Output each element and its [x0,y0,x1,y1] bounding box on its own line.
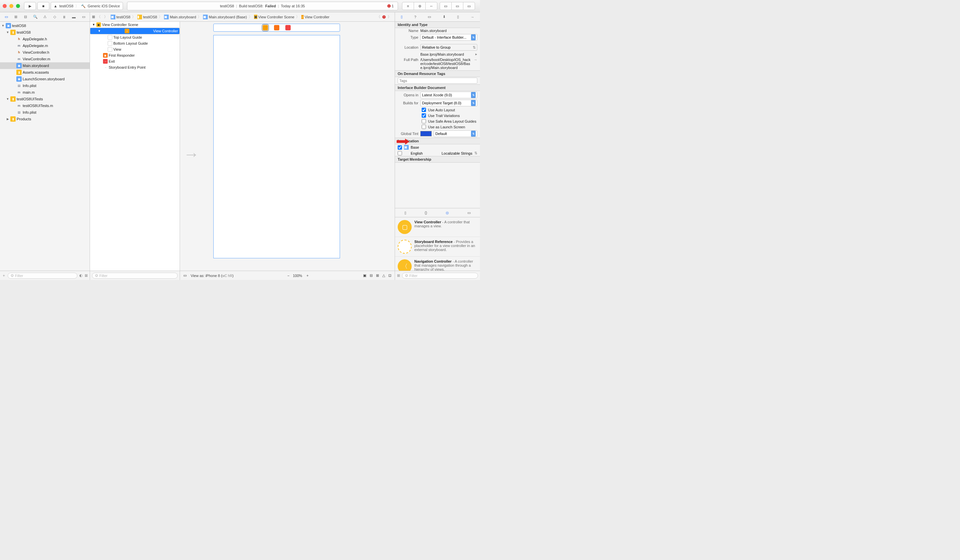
crumb-scene[interactable]: ▣View Controller Scene [253,14,296,19]
stack-icon[interactable]: ⊡ [388,274,391,278]
media-library-tab[interactable]: ▭ [467,211,471,215]
issue-navigator-tab[interactable]: ⚠ [42,14,48,20]
entry-arrow-icon[interactable]: → [183,145,199,163]
version-editor-button[interactable]: ↔ [425,2,437,10]
standard-editor-button[interactable]: ≡ [402,2,414,10]
add-button[interactable]: ＋ [2,273,6,278]
zoom-in-button[interactable]: ＋ [306,273,309,278]
error-badge[interactable]: !1 [386,4,396,8]
tint-swatch[interactable] [420,131,432,136]
crumb-group[interactable]: ▮testiOS8 [136,14,158,19]
activity-status[interactable]: testiOS8 | Build testiOS8: Failed | Toda… [127,2,398,10]
library-filter[interactable]: ⊙Filter [402,273,478,279]
file-assets[interactable]: ▮Assets.xcassets [0,69,90,76]
minimize-icon[interactable] [9,4,13,8]
stop-button[interactable]: ■ [37,2,50,10]
builds-for-select[interactable]: Deployment Target (8.0)⇅ [420,100,477,106]
file-appdelegate-m[interactable]: mAppDelegate.m [0,42,90,49]
navigator-filter[interactable]: ⊙Filter [8,273,77,279]
test-navigator-tab[interactable]: ◇ [51,14,58,20]
identity-inspector-tab[interactable]: ▭ [428,14,431,19]
project-tree[interactable]: ▼▣testiOS8 ▼▮testiOS8 hAppDelegate.h mAp… [0,22,90,270]
project-navigator-tab[interactable]: ▭ [3,14,10,20]
connections-inspector-tab[interactable]: → [471,15,474,19]
loc-type[interactable]: Localizable Strings [442,151,472,155]
run-button[interactable]: ▶ [24,2,36,10]
loc-english-checkbox[interactable] [398,151,402,155]
object-library[interactable]: ▢View Controller - A controller that man… [395,217,480,270]
crumb-base[interactable]: ▣Main.storyboard (Base) [202,14,248,19]
pin-icon[interactable]: ⊞ [376,274,379,278]
reveal-folder-icon[interactable]: ▸ [475,52,477,56]
quick-help-tab[interactable]: ? [414,15,416,19]
symbol-navigator-tab[interactable]: ⊟ [22,14,29,20]
project-root[interactable]: ▼▣testiOS8 [0,22,90,29]
recent-filter-icon[interactable]: ◐ [79,274,83,278]
source-control-tab[interactable]: ⊞ [13,14,19,20]
object-library-tab[interactable]: ◎ [446,211,449,215]
file-uitests-m[interactable]: mtestiOS8UITests.m [0,102,90,109]
assistant-editor-button[interactable]: ⊚ [414,2,426,10]
group-products[interactable]: ▶▮Products [0,116,90,122]
file-name[interactable]: Main.storyboard [420,29,477,33]
scene-dock[interactable] [213,24,340,32]
forward-button[interactable]: 〉 [103,14,109,19]
lib-nav-controller[interactable]: 〈Navigation Controller - A controller th… [395,257,480,270]
scm-filter-icon[interactable]: ⊠ [85,274,88,278]
toggle-navigator-button[interactable]: ▭ [440,2,452,10]
tint-select[interactable]: Default⇅ [434,130,477,137]
prev-issue-button[interactable]: 〈 [375,14,382,19]
crumb-project[interactable]: ▣testiOS8 [110,14,131,19]
outline-exit[interactable]: →Exit [90,58,180,64]
location-select[interactable]: Relative to Group⇅ [420,44,477,51]
attributes-inspector-tab[interactable]: ⬇ [443,14,446,19]
outline-filter[interactable]: ⊙Filter [92,273,178,279]
group-uitests[interactable]: ▼▮testiOS8UITests [0,96,90,102]
outline-view[interactable]: View [90,46,180,52]
outline-entry-point[interactable]: →Storyboard Entry Point [90,64,180,70]
align-icon[interactable]: ⊟ [370,274,373,278]
file-type-select[interactable]: Default - Interface Builder...⇅ [420,34,477,41]
first-responder-dock-icon[interactable] [274,25,279,30]
file-template-tab[interactable]: ▯ [404,211,406,215]
debug-navigator-tab[interactable]: ⏸ [61,14,68,20]
toggle-debug-button[interactable]: ▭ [451,2,463,10]
scene-view[interactable] [213,35,340,258]
file-uitests-plist[interactable]: ▤Info.plist [0,109,90,116]
jump-error-icon[interactable]: ! [382,15,386,19]
close-icon[interactable] [3,4,7,8]
zoom-icon[interactable] [16,4,20,8]
exit-dock-icon[interactable] [285,25,291,30]
next-issue-button[interactable]: 〉 [386,14,393,19]
lib-view-grid-icon[interactable]: ⊞ [397,274,400,278]
outline-bottom-guide[interactable]: Bottom Layout Guide [90,40,180,46]
file-main-m[interactable]: mmain.m [0,89,90,96]
outline-top-guide[interactable]: Top Layout Guide [90,34,180,40]
opens-in-select[interactable]: Latest Xcode (9.0)⇅ [420,92,477,98]
tags-input[interactable] [398,78,477,84]
related-items-icon[interactable]: ⊞ [92,14,95,19]
outline-viewcontroller[interactable]: ▼○View Controller [90,28,180,34]
embed-in-icon[interactable]: ▣ [363,274,366,278]
file-inspector-tab[interactable]: ▯ [401,14,403,19]
file-launchscreen[interactable]: ▣LaunchScreen.storyboard [0,76,90,82]
toggle-inspector-button[interactable]: ▭ [463,2,475,10]
size-inspector-tab[interactable]: ▯ [457,14,459,19]
resolve-icon[interactable]: △ [382,274,385,278]
file-viewcontroller-h[interactable]: hViewController.h [0,49,90,56]
scheme-selector[interactable]: ▲ testiOS8 〉 🔨 Generic iOS Device [51,2,123,10]
file-main-storyboard[interactable]: ▣Main.storyboard [0,62,90,69]
zoom-level[interactable]: 100% [293,274,302,278]
group-testios8[interactable]: ▼▮testiOS8 [0,29,90,36]
find-navigator-tab[interactable]: 🔍 [32,14,39,20]
breakpoint-navigator-tab[interactable]: ▬ [71,14,77,20]
crumb-file[interactable]: ▣Main.storyboard [163,14,197,19]
autolayout-checkbox[interactable] [422,108,426,112]
trait-variations-checkbox[interactable] [422,114,426,118]
lib-view-controller[interactable]: ▢View Controller - A controller that man… [395,217,480,237]
report-navigator-tab[interactable]: ▭ [80,14,87,20]
outline-first-responder[interactable]: ▣First Responder [90,52,180,58]
lib-storyboard-ref[interactable]: Storyboard Reference - Provides a placeh… [395,237,480,257]
ib-canvas[interactable]: → [180,22,395,270]
file-viewcontroller-m[interactable]: mViewController.m [0,56,90,62]
